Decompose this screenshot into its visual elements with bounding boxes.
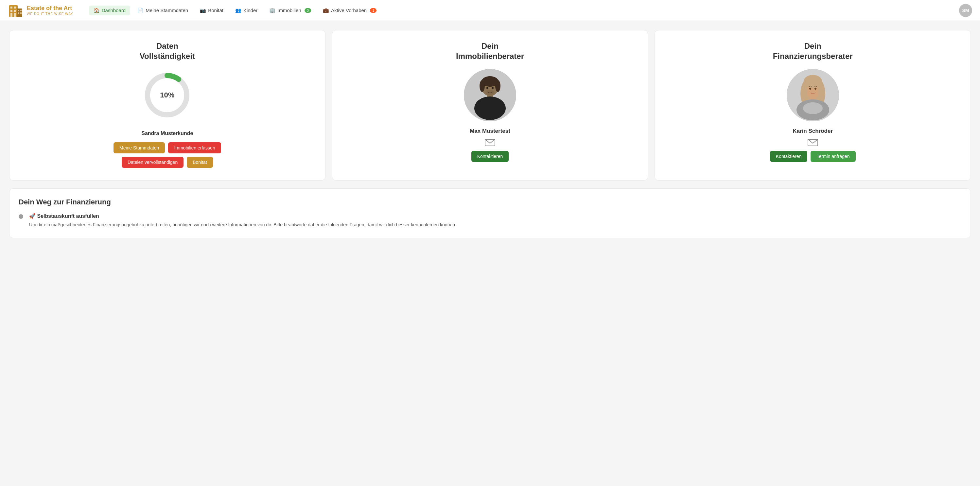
building-icon: 🏢 <box>269 8 275 13</box>
logo-icon <box>8 3 24 18</box>
people-icon: 👥 <box>235 8 242 13</box>
svg-point-33 <box>803 102 822 114</box>
svg-point-20 <box>474 97 506 120</box>
finanzierungs-advisor-photo <box>787 69 839 121</box>
timeline-content-0: 🚀 Selbstauskunft ausfüllen Um dir ein ma… <box>29 213 456 228</box>
timeline-dot-0 <box>19 214 23 219</box>
nav-links: 🏠 Dashboard 📄 Meine Stammdaten 📷 Bonität… <box>89 6 948 15</box>
finanzierungs-advisor-card: DeinFinanzierungsberater <box>654 30 971 181</box>
rocket-icon: 🚀 <box>29 213 36 219</box>
stammdaten-button[interactable]: Meine Stammdaten <box>113 142 165 153</box>
finanzierung-title: Dein Weg zur Finanzierung <box>19 198 961 206</box>
user-avatar[interactable]: SM <box>959 4 972 17</box>
immobilien-advisor-card: DeinImmobilienberater <box>332 30 648 181</box>
svg-rect-8 <box>18 10 19 11</box>
mail-icon-finanzierung[interactable] <box>808 139 818 146</box>
svg-rect-30 <box>818 81 822 98</box>
immobilien-badge: 0 <box>304 8 311 13</box>
svg-rect-5 <box>11 13 13 17</box>
svg-rect-2 <box>14 6 16 8</box>
svg-rect-10 <box>18 13 19 14</box>
nav-item-vorhaben[interactable]: 💼 Aktive Vorhaben 1 <box>318 6 381 15</box>
donut-chart: 10% <box>141 69 193 121</box>
bonitaet-button[interactable]: Bonität <box>187 157 213 168</box>
nav-label-stammdaten: Meine Stammdaten <box>146 8 188 13</box>
svg-rect-6 <box>14 13 16 17</box>
logo-text: Estate of the Art WE DO IT THE WISE WAY <box>27 5 73 16</box>
cards-row: DatenVollständigkeit 10% Sandra Musterku… <box>9 30 971 181</box>
female-advisor-svg <box>787 69 839 121</box>
svg-point-34 <box>809 87 811 90</box>
document-icon: 📄 <box>137 8 143 13</box>
svg-rect-0 <box>9 5 18 17</box>
finanzierungs-kontaktieren-button[interactable]: Kontaktieren <box>770 151 808 162</box>
svg-point-22 <box>492 87 493 89</box>
main-content: DatenVollständigkeit 10% Sandra Musterku… <box>0 21 980 238</box>
person-name: Sandra Musterkunde <box>141 130 193 137</box>
action-buttons-row1: Meine Stammdaten Immobilien erfassen <box>113 142 221 153</box>
data-completeness-card: DatenVollständigkeit 10% Sandra Musterku… <box>9 30 326 181</box>
nav-item-dashboard[interactable]: 🏠 Dashboard <box>89 6 130 15</box>
immobilien-erfassen-button[interactable]: Immobilien erfassen <box>168 142 221 153</box>
camera-icon: 📷 <box>200 8 206 13</box>
immobilien-advisor-photo <box>464 69 516 121</box>
svg-point-21 <box>487 87 488 89</box>
timeline-item-title-0: 🚀 Selbstauskunft ausfüllen <box>29 213 456 219</box>
donut-label: 10% <box>160 91 174 99</box>
nav-label-kinder: Kinder <box>243 8 258 13</box>
svg-rect-29 <box>804 81 807 98</box>
nav-label-immobilien: Immobilien <box>277 8 301 13</box>
immobilien-advisor-title: DeinImmobilienberater <box>456 41 524 61</box>
dateien-vervollstaendigen-button[interactable]: Dateien vervollständigen <box>122 157 183 168</box>
nav-item-bonitaet[interactable]: 📷 Bonität <box>195 6 228 15</box>
vorhaben-badge: 1 <box>370 8 377 13</box>
nav-item-stammdaten[interactable]: 📄 Meine Stammdaten <box>133 6 192 15</box>
svg-point-35 <box>815 87 816 90</box>
data-completeness-title: DatenVollständigkeit <box>140 41 195 61</box>
logo: Estate of the Art WE DO IT THE WISE WAY <box>8 3 73 18</box>
briefcase-icon: 💼 <box>323 8 329 13</box>
finanzierungs-advisor-title: DeinFinanzierungsberater <box>773 41 853 61</box>
svg-rect-1 <box>11 6 13 8</box>
brand-subtitle: WE DO IT THE WISE WAY <box>27 12 73 16</box>
timeline-item-desc-0: Um dir ein maßgeschneidertes Finanzierun… <box>29 221 456 228</box>
male-advisor-svg <box>464 69 516 121</box>
svg-point-18 <box>495 80 501 92</box>
nav-item-kinder[interactable]: 👥 Kinder <box>231 6 262 15</box>
svg-point-17 <box>479 80 485 92</box>
svg-point-23 <box>485 90 495 95</box>
nav-label-dashboard: Dashboard <box>102 8 126 13</box>
immobilien-advisor-btns: Kontaktieren <box>471 151 509 162</box>
termin-anfragen-button[interactable]: Termin anfragen <box>811 151 855 162</box>
nav-item-immobilien[interactable]: 🏢 Immobilien 0 <box>265 6 316 15</box>
immobilien-kontaktieren-button[interactable]: Kontaktieren <box>471 151 509 162</box>
nav-label-vorhaben: Aktive Vorhaben <box>331 8 367 13</box>
svg-rect-9 <box>20 10 22 11</box>
mail-icon-immobilien[interactable] <box>485 139 495 146</box>
finanzierung-section: Dein Weg zur Finanzierung 🚀 Selbstauskun… <box>9 188 971 238</box>
timeline-item-0: 🚀 Selbstauskunft ausfüllen Um dir ein ma… <box>19 213 961 228</box>
navbar: Estate of the Art WE DO IT THE WISE WAY … <box>0 0 980 21</box>
svg-rect-3 <box>11 10 13 12</box>
nav-label-bonitaet: Bonität <box>208 8 223 13</box>
brand-title: Estate of the Art <box>27 5 73 12</box>
home-icon: 🏠 <box>94 8 100 13</box>
finanzierungs-advisor-btns: Kontaktieren Termin anfragen <box>770 151 856 162</box>
finanzierungs-advisor-name: Karin Schröder <box>792 128 833 134</box>
svg-rect-4 <box>14 10 16 12</box>
action-buttons-row2: Dateien vervollständigen Bonität <box>122 157 213 168</box>
svg-rect-11 <box>20 13 22 14</box>
immobilien-advisor-name: Max Mustertest <box>470 128 510 134</box>
